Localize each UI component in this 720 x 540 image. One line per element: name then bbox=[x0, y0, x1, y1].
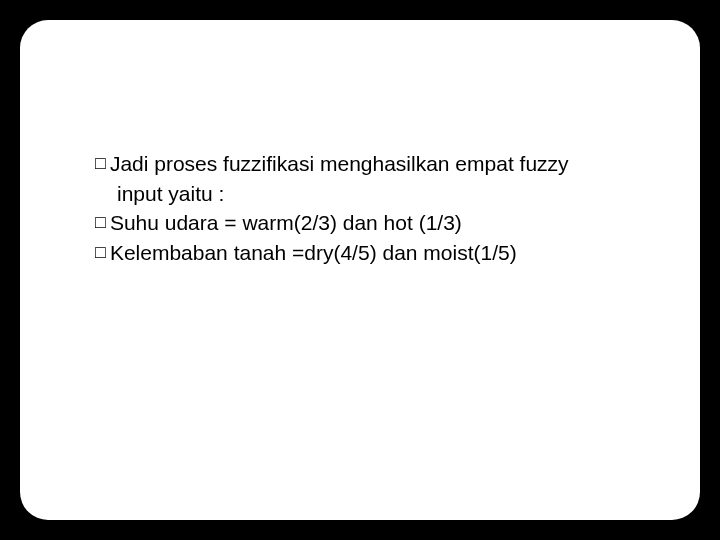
bullet-text: Kelembaban tanah =dry(4/5) dan moist(1/5… bbox=[110, 239, 640, 267]
content-area: □ Jadi proses fuzzifikasi menghasilkan e… bbox=[95, 150, 640, 267]
bullet-text: Jadi proses fuzzifikasi menghasilkan emp… bbox=[110, 150, 640, 178]
slide-container: □ Jadi proses fuzzifikasi menghasilkan e… bbox=[20, 20, 700, 520]
list-item: □ Suhu udara = warm(2/3) dan hot (1/3) bbox=[95, 209, 640, 237]
bullet-marker-icon: □ bbox=[95, 209, 106, 236]
list-item: □ Jadi proses fuzzifikasi menghasilkan e… bbox=[95, 150, 640, 178]
bullet-marker-icon: □ bbox=[95, 239, 106, 266]
bullet-continuation: input yaitu : bbox=[95, 180, 640, 208]
list-item: □ Kelembaban tanah =dry(4/5) dan moist(1… bbox=[95, 239, 640, 267]
bullet-text: Suhu udara = warm(2/3) dan hot (1/3) bbox=[110, 209, 640, 237]
bullet-marker-icon: □ bbox=[95, 150, 106, 177]
